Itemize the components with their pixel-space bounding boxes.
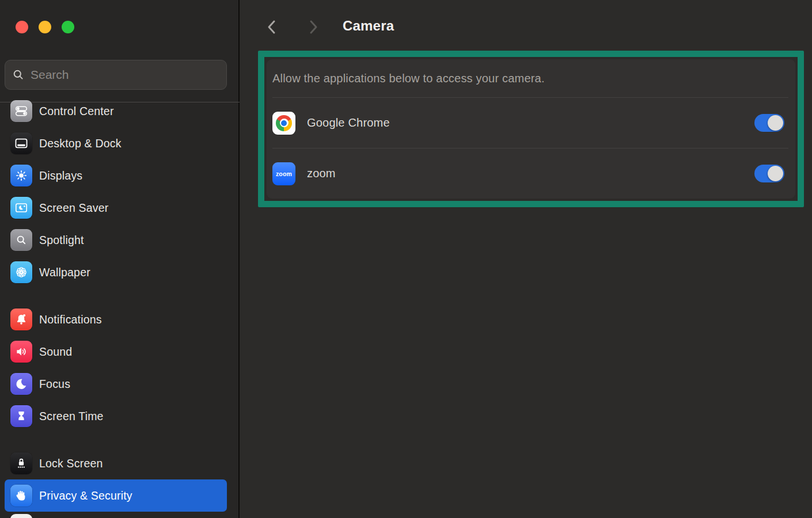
wallpaper-icon bbox=[10, 261, 32, 283]
control-center-icon bbox=[10, 100, 32, 122]
sidebar-item-spotlight[interactable]: Spotlight bbox=[5, 224, 227, 256]
desktop-dock-icon bbox=[10, 132, 32, 154]
sidebar: Control Center Desktop & Dock bbox=[0, 0, 240, 518]
app-name: zoom bbox=[307, 167, 743, 180]
zoom-window-button[interactable] bbox=[62, 21, 74, 33]
focus-icon bbox=[10, 373, 32, 395]
sidebar-item-lock-screen[interactable]: Lock Screen bbox=[5, 447, 227, 479]
sidebar-item-label: Desktop & Dock bbox=[39, 137, 122, 150]
window-controls bbox=[16, 21, 74, 33]
app-row-zoom: zoom zoom bbox=[267, 148, 795, 199]
screen-time-icon bbox=[10, 405, 32, 427]
search-input[interactable] bbox=[31, 68, 219, 82]
annotation-highlight-box: Allow the applications below to access y… bbox=[258, 51, 804, 207]
app-name: Google Chrome bbox=[307, 116, 743, 130]
zoom-icon-label: zoom bbox=[276, 170, 292, 177]
sidebar-item-label: Sound bbox=[39, 345, 72, 359]
sidebar-item-desktop-dock[interactable]: Desktop & Dock bbox=[5, 127, 227, 159]
spotlight-icon bbox=[10, 229, 32, 251]
close-window-button[interactable] bbox=[16, 21, 28, 33]
search-icon bbox=[12, 68, 25, 81]
camera-permissions-panel: Allow the applications below to access y… bbox=[267, 59, 795, 199]
sidebar-item-screen-time[interactable]: Screen Time bbox=[5, 400, 227, 432]
sidebar-item-partial-icon bbox=[10, 514, 32, 518]
sidebar-item-focus[interactable]: Focus bbox=[5, 368, 227, 400]
sidebar-item-label: Screen Time bbox=[39, 410, 104, 423]
sidebar-item-label: Privacy & Security bbox=[39, 489, 132, 502]
sidebar-item-label: Notifications bbox=[39, 313, 102, 326]
sidebar-item-control-center[interactable]: Control Center bbox=[5, 95, 227, 127]
page-title: Camera bbox=[343, 18, 394, 34]
forward-button[interactable] bbox=[304, 16, 322, 38]
notifications-icon bbox=[10, 308, 32, 330]
sidebar-item-label: Displays bbox=[39, 169, 82, 182]
sidebar-item-label: Lock Screen bbox=[39, 457, 103, 470]
sidebar-item-label: Control Center bbox=[39, 105, 114, 118]
sidebar-item-label: Focus bbox=[39, 378, 70, 391]
sidebar-item-label: Wallpaper bbox=[39, 266, 90, 279]
google-chrome-icon bbox=[272, 112, 295, 135]
sidebar-item-screen-saver[interactable]: Screen Saver bbox=[5, 192, 227, 224]
zoom-toggle[interactable] bbox=[754, 165, 784, 182]
google-chrome-toggle[interactable] bbox=[754, 114, 784, 132]
lock-screen-icon bbox=[10, 452, 32, 474]
sidebar-item-label: Spotlight bbox=[39, 234, 84, 247]
zoom-app-icon: zoom bbox=[272, 162, 295, 185]
sidebar-item-notifications[interactable]: Notifications bbox=[5, 303, 227, 336]
system-settings-window: Control Center Desktop & Dock bbox=[0, 0, 812, 518]
minimize-window-button[interactable] bbox=[39, 21, 51, 33]
app-row-google-chrome: Google Chrome bbox=[267, 98, 795, 148]
sidebar-item-wallpaper[interactable]: Wallpaper bbox=[5, 256, 227, 288]
privacy-security-icon bbox=[10, 485, 32, 506]
search-field[interactable] bbox=[5, 60, 227, 90]
panel-caption: Allow the applications below to access y… bbox=[267, 59, 795, 97]
screen-saver-icon bbox=[10, 197, 32, 219]
sound-icon bbox=[10, 341, 32, 363]
displays-icon bbox=[10, 165, 32, 186]
sidebar-item-displays[interactable]: Displays bbox=[5, 159, 227, 192]
back-button[interactable] bbox=[263, 16, 281, 38]
sidebar-item-label: Screen Saver bbox=[39, 201, 109, 215]
sidebar-item-privacy-security[interactable]: Privacy & Security bbox=[5, 479, 227, 512]
sidebar-item-sound[interactable]: Sound bbox=[5, 336, 227, 368]
